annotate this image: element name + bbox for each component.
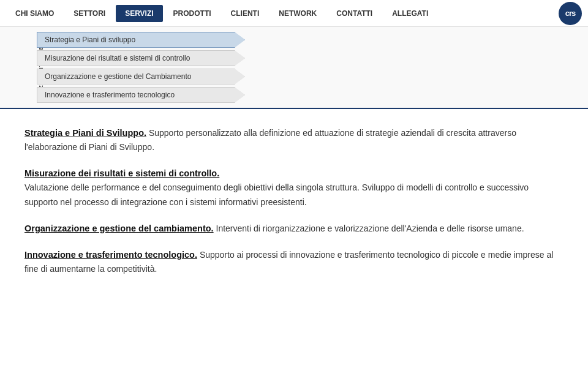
nav-item-prodotti[interactable]: PRODOTTI — [164, 5, 221, 22]
nav-item-chi-siamo[interactable]: CHI SIAMO — [6, 5, 63, 22]
section-innovazione: Innovazione e trasferimento tecnologico.… — [24, 248, 564, 276]
logo-mark: crs — [559, 2, 582, 25]
nav-item-settori[interactable]: SETTORI — [64, 5, 115, 22]
section-title-misurazione: Misurazione dei risultati e sistemi di c… — [24, 167, 564, 181]
nav-item-network[interactable]: NETWORK — [270, 5, 326, 22]
section-organizzazione: Organizzazione e gestione del cambiament… — [24, 222, 564, 236]
nav-item-contatti[interactable]: CONTATTI — [327, 5, 382, 22]
section-misurazione: Misurazione dei risultati e sistemi di c… — [24, 167, 564, 209]
nav-item-servizi[interactable]: SERVIZI — [116, 5, 162, 22]
section-strategia: Strategia e Piani di Sviluppo. Supporto … — [24, 126, 564, 154]
nav-item-allegati[interactable]: ALLEGATI — [383, 5, 437, 22]
section-text-organizzazione: Interventi di riorganizzazione e valoriz… — [216, 224, 524, 233]
dropdown-item-innovazione[interactable]: Innovazione e trasferimento tecnologico — [37, 87, 245, 103]
section-title-innovazione: Innovazione e trasferimento tecnologico. — [24, 250, 197, 260]
dropdown-item-strategia[interactable]: Strategia e Piani di sviluppo — [37, 32, 245, 48]
dropdown-item-misurazione[interactable]: Misurazione dei risultati e sistemi di c… — [37, 50, 245, 66]
section-title-strategia: Strategia e Piani di Sviluppo. — [24, 128, 146, 138]
nav-item-clienti[interactable]: CLIENTI — [222, 5, 269, 22]
section-text-misurazione: Valutazione delle performance e del cons… — [24, 181, 564, 209]
dropdown-item-organizzazione[interactable]: Organizzazione e gestione del Cambiament… — [37, 69, 245, 85]
top-navigation: CHI SIAMOSETTORISERVIZIPRODOTTICLIENTINE… — [0, 0, 588, 27]
nav-items: CHI SIAMOSETTORISERVIZIPRODOTTICLIENTINE… — [6, 5, 559, 22]
logo: crs — [559, 2, 582, 25]
dropdown-area: AREE DI INTERVENTO Strategia e Piani di … — [0, 27, 588, 109]
main-content: Strategia e Piani di Sviluppo. Supporto … — [0, 109, 588, 306]
section-title-organizzazione: Organizzazione e gestione del cambiament… — [24, 224, 214, 233]
